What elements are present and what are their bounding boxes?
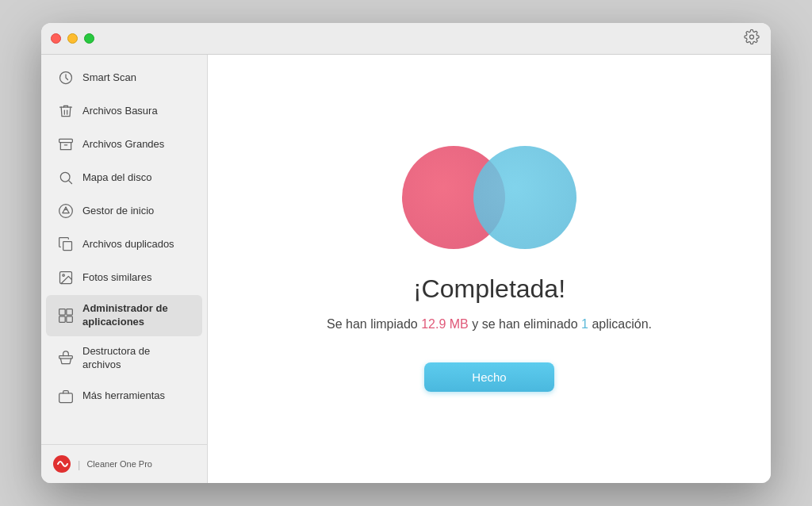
- maximize-button[interactable]: [84, 33, 94, 44]
- sidebar-item-smart-scan[interactable]: Smart Scan: [46, 62, 202, 94]
- sidebar-item-label: Archivos Basura: [82, 105, 158, 118]
- cleaned-size: 12.9 MB: [421, 317, 469, 331]
- rocket-icon: [57, 202, 75, 220]
- svg-rect-8: [59, 309, 66, 316]
- brand-name: Cleaner One Pro: [86, 459, 152, 469]
- minimize-button[interactable]: [67, 33, 78, 44]
- sidebar-item-archivos-duplicados[interactable]: Archivos duplicados: [46, 228, 202, 260]
- completion-title: ¡Completada!: [413, 274, 565, 304]
- sidebar-item-mapa-disco[interactable]: Mapa del disco: [46, 162, 202, 194]
- svg-rect-12: [59, 355, 73, 358]
- svg-rect-11: [67, 316, 73, 323]
- sidebar-item-label: Más herramientas: [82, 389, 165, 403]
- circle-blue: [473, 146, 576, 249]
- app-body: Smart Scan Archivos Basura Archivos Gran…: [41, 55, 771, 483]
- settings-icon[interactable]: [744, 29, 760, 48]
- map-icon: [57, 169, 75, 186]
- traffic-lights: [51, 33, 94, 44]
- sidebar-item-destructora[interactable]: Destructora de archivos: [46, 338, 202, 379]
- venn-diagram: [402, 146, 576, 249]
- clock-icon: [57, 69, 75, 86]
- sidebar-item-label: Gestor de inicio: [82, 205, 154, 218]
- app-window: Smart Scan Archivos Basura Archivos Gran…: [41, 23, 771, 483]
- svg-rect-13: [59, 393, 73, 402]
- done-button[interactable]: Hecho: [424, 362, 553, 392]
- brand-logo: | Cleaner One Pro: [52, 454, 152, 473]
- close-button[interactable]: [51, 33, 61, 44]
- sidebar-item-label: Archivos Grandes: [82, 138, 164, 151]
- sidebar-item-label: Administrador de aplicaciones: [82, 302, 191, 329]
- brand-separator: |: [78, 458, 80, 470]
- titlebar: [41, 23, 771, 55]
- svg-point-3: [60, 172, 70, 182]
- duplicate-icon: [57, 236, 75, 253]
- shred-icon: [57, 350, 75, 367]
- sidebar-item-fotos-similares[interactable]: Fotos similares: [46, 262, 202, 293]
- eliminated-count: 1: [581, 317, 588, 331]
- sidebar-item-gestor-inicio[interactable]: Gestor de inicio: [46, 195, 202, 227]
- trash-icon: [57, 102, 75, 120]
- sidebar-item-archivos-grandes[interactable]: Archivos Grandes: [46, 128, 202, 160]
- photo-icon: [57, 269, 75, 286]
- briefcase-icon: [57, 388, 75, 405]
- sidebar-item-admin-aplicaciones[interactable]: Administrador de aplicaciones: [46, 295, 202, 336]
- sidebar-brand: | Cleaner One Pro: [41, 444, 207, 483]
- message-prefix: Se han limpiado: [327, 317, 421, 331]
- sidebar-item-mas-herramientas[interactable]: Más herramientas: [46, 381, 202, 412]
- completion-message: Se han limpiado 12.9 MB y se han elimina…: [327, 315, 652, 334]
- sidebar-item-label: Archivos duplicados: [82, 238, 174, 251]
- sidebar: Smart Scan Archivos Basura Archivos Gran…: [41, 55, 208, 483]
- svg-line-4: [69, 181, 72, 184]
- svg-point-0: [750, 35, 754, 39]
- main-content: ¡Completada! Se han limpiado 12.9 MB y s…: [208, 55, 771, 483]
- sidebar-item-label: Smart Scan: [82, 71, 136, 85]
- svg-point-7: [63, 274, 65, 277]
- sidebar-item-archivos-basura[interactable]: Archivos Basura: [46, 95, 202, 127]
- message-suffix: aplicación.: [588, 317, 652, 331]
- sidebar-item-label: Fotos similares: [82, 271, 151, 285]
- message-middle: y se han eliminado: [469, 317, 581, 331]
- archive-icon: [57, 136, 75, 153]
- svg-rect-2: [59, 139, 73, 142]
- svg-rect-5: [63, 242, 72, 251]
- sidebar-item-label: Mapa del disco: [82, 171, 151, 185]
- svg-rect-9: [67, 309, 73, 316]
- apps-icon: [57, 307, 75, 324]
- svg-rect-10: [59, 316, 66, 323]
- sidebar-item-label: Destructora de archivos: [82, 345, 191, 372]
